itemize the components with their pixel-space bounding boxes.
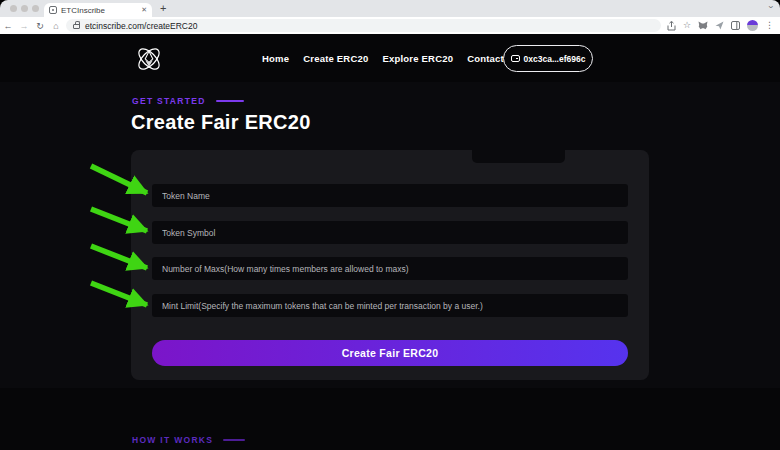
page-title: Create Fair ERC20 xyxy=(131,111,311,134)
tab-strip: ETCInscribe ✕ + › xyxy=(0,0,780,17)
new-tab-button[interactable]: + xyxy=(160,2,166,14)
extension-plane-icon[interactable] xyxy=(715,21,724,30)
wallet-address-button[interactable]: 0xc3ca...ef696c xyxy=(503,45,593,72)
tab-close-icon[interactable]: ✕ xyxy=(141,6,147,14)
tab-favicon-icon xyxy=(49,6,57,14)
bookmark-star-icon[interactable]: ☆ xyxy=(683,21,691,30)
share-icon[interactable] xyxy=(667,21,676,31)
browser-window: ETCInscribe ✕ + › ← → ↻ ⌂ etcinscribe.co… xyxy=(0,0,780,450)
mint-limit-input[interactable] xyxy=(152,294,628,317)
tab-title: ETCInscribe xyxy=(61,6,137,15)
how-it-works-divider xyxy=(223,439,245,441)
profile-avatar[interactable] xyxy=(747,20,758,31)
nav-link-create-erc20[interactable]: Create ERC20 xyxy=(303,53,368,64)
webpage: Home Create ERC20 Explore ERC20 Contact … xyxy=(0,34,780,450)
browser-tab[interactable]: ETCInscribe ✕ xyxy=(44,3,152,17)
how-it-works-kicker-row: HOW IT WORKS xyxy=(132,435,245,445)
nav-link-explore-erc20[interactable]: Explore ERC20 xyxy=(382,53,453,64)
window-zoom-button[interactable] xyxy=(32,5,39,12)
etcinscribe-logo-icon[interactable] xyxy=(132,42,166,76)
browser-toolbar: ← → ↻ ⌂ etcinscribe.com/createERC20 ☆ ⋮ xyxy=(0,17,780,34)
toolbar-actions: ☆ ⋮ xyxy=(667,20,780,31)
number-of-maxs-input[interactable] xyxy=(152,257,628,280)
wallet-icon xyxy=(511,55,520,62)
browser-menu-icon[interactable]: ⋮ xyxy=(765,21,774,30)
create-erc20-form-card: Create Fair ERC20 xyxy=(131,150,649,380)
get-started-label: GET STARTED xyxy=(132,96,206,106)
how-it-works-section xyxy=(0,388,780,450)
main-nav: Home Create ERC20 Explore ERC20 Contact xyxy=(262,53,504,64)
forward-icon[interactable]: → xyxy=(16,21,32,31)
wallet-address: 0xc3ca...ef696c xyxy=(524,54,586,64)
how-it-works-label: HOW IT WORKS xyxy=(132,435,213,445)
kicker-divider xyxy=(216,100,244,102)
window-close-button[interactable] xyxy=(10,5,17,12)
url-text: etcinscribe.com/createERC20 xyxy=(85,21,197,31)
token-name-input[interactable] xyxy=(152,184,628,207)
window-minimize-button[interactable] xyxy=(21,5,28,12)
refresh-icon[interactable]: ↻ xyxy=(32,21,48,31)
back-icon[interactable]: ← xyxy=(0,21,16,31)
address-bar[interactable]: etcinscribe.com/createERC20 xyxy=(66,19,661,32)
home-icon[interactable]: ⌂ xyxy=(48,21,64,31)
nav-link-contact[interactable]: Contact xyxy=(467,53,504,64)
metamask-extension-icon[interactable] xyxy=(698,21,708,30)
card-top-notch xyxy=(472,150,565,163)
create-fair-erc20-button[interactable]: Create Fair ERC20 xyxy=(152,340,628,366)
get-started-kicker-row: GET STARTED xyxy=(132,96,244,106)
tab-search-chevron-icon[interactable]: › xyxy=(766,6,776,9)
token-symbol-input[interactable] xyxy=(152,221,628,244)
nav-link-home[interactable]: Home xyxy=(262,53,289,64)
side-panel-icon[interactable] xyxy=(731,21,740,30)
lock-icon[interactable] xyxy=(73,24,80,29)
site-header: Home Create ERC20 Explore ERC20 Contact … xyxy=(0,34,780,82)
